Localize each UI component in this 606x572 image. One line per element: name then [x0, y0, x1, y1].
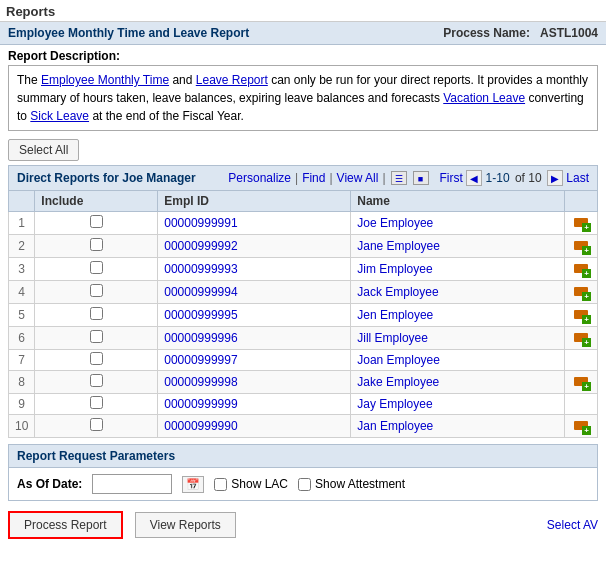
show-lac-checkbox[interactable] [214, 478, 227, 491]
include-cell [35, 327, 158, 350]
table-row: 600000999996Jill Employee+ [9, 327, 598, 350]
empl-id-cell[interactable]: 00000999996 [158, 327, 351, 350]
include-checkbox[interactable] [90, 238, 103, 251]
find-link[interactable]: Find [302, 171, 325, 185]
grid-controls: Personalize | Find | View All | ☰ ■ Firs… [228, 170, 589, 186]
employee-action-icon[interactable]: + [571, 306, 591, 324]
report-description-section: Report Description: The Employee Monthly… [0, 45, 606, 135]
employee-action-icon[interactable]: + [571, 373, 591, 391]
include-checkbox[interactable] [90, 418, 103, 431]
include-cell [35, 371, 158, 394]
empl-id-cell[interactable]: 00000999992 [158, 235, 351, 258]
col-name: Name [351, 191, 565, 212]
action-icon-cell: + [565, 371, 598, 394]
empl-id-cell[interactable]: 00000999998 [158, 371, 351, 394]
employee-action-icon[interactable]: + [571, 329, 591, 347]
empl-id-cell[interactable]: 00000999997 [158, 350, 351, 371]
row-number: 4 [9, 281, 35, 304]
nav-prev[interactable]: ◀ [466, 170, 482, 186]
grid-icon-table[interactable]: ☰ [391, 171, 407, 185]
select-av-link[interactable]: Select AV [547, 518, 598, 532]
table-row: 300000999993Jim Employee+ [9, 258, 598, 281]
row-number: 9 [9, 394, 35, 415]
action-icon-cell: + [565, 281, 598, 304]
desc-link-sick[interactable]: Sick Leave [30, 109, 89, 123]
process-name-label: Process Name: [443, 26, 530, 40]
show-lac-label: Show LAC [231, 477, 288, 491]
report-desc-label: Report Description: [8, 49, 598, 63]
include-checkbox[interactable] [90, 352, 103, 365]
employee-name-cell[interactable]: Jim Employee [351, 258, 565, 281]
include-checkbox[interactable] [90, 307, 103, 320]
employee-name-cell[interactable]: Joe Employee [351, 212, 565, 235]
include-checkbox[interactable] [90, 284, 103, 297]
include-checkbox[interactable] [90, 330, 103, 343]
view-all-link[interactable]: View All [337, 171, 379, 185]
action-icon-cell: + [565, 212, 598, 235]
show-attestment-group: Show Attestment [298, 477, 405, 491]
nav-next[interactable]: ▶ [547, 170, 563, 186]
desc-link-vacation[interactable]: Vacation Leave [443, 91, 525, 105]
show-attestment-label: Show Attestment [315, 477, 405, 491]
employee-name-cell[interactable]: Jen Employee [351, 304, 565, 327]
employee-name-cell[interactable]: Jake Employee [351, 371, 565, 394]
as-of-date-label: As Of Date: [17, 477, 82, 491]
include-cell [35, 304, 158, 327]
empl-id-cell[interactable]: 00000999991 [158, 212, 351, 235]
empl-id-cell[interactable]: 00000999990 [158, 415, 351, 438]
table-row: 100000999991Joe Employee+ [9, 212, 598, 235]
empl-id-cell[interactable]: 00000999995 [158, 304, 351, 327]
include-checkbox[interactable] [90, 215, 103, 228]
calendar-button[interactable]: 📅 [182, 476, 204, 493]
include-cell [35, 281, 158, 304]
row-number: 7 [9, 350, 35, 371]
table-row: 800000999998Jake Employee+ [9, 371, 598, 394]
personalize-link[interactable]: Personalize [228, 171, 291, 185]
select-all-button[interactable]: Select All [8, 139, 79, 161]
employee-name-cell[interactable]: Jill Employee [351, 327, 565, 350]
page-wrapper: Reports Employee Monthly Time and Leave … [0, 0, 606, 545]
nav-first[interactable]: First [440, 171, 463, 185]
employee-name-cell[interactable]: Jay Employee [351, 394, 565, 415]
employee-action-icon[interactable]: + [571, 283, 591, 301]
empl-id-cell[interactable]: 00000999999 [158, 394, 351, 415]
show-attestment-checkbox[interactable] [298, 478, 311, 491]
nav-last[interactable]: Last [566, 171, 589, 185]
include-cell [35, 415, 158, 438]
include-cell [35, 235, 158, 258]
action-icon-cell: + [565, 258, 598, 281]
page-header: Reports [0, 0, 606, 22]
include-checkbox[interactable] [90, 374, 103, 387]
employee-grid: Include Empl ID Name 100000999991Joe Emp… [8, 190, 598, 438]
desc-link-monthly[interactable]: Employee Monthly Time [41, 73, 169, 87]
include-cell [35, 350, 158, 371]
process-report-button[interactable]: Process Report [8, 511, 123, 539]
employee-name-cell[interactable]: Jan Employee [351, 415, 565, 438]
page-title: Reports [6, 4, 55, 19]
row-number: 10 [9, 415, 35, 438]
employee-name-cell[interactable]: Joan Employee [351, 350, 565, 371]
process-name-value: ASTL1004 [540, 26, 598, 40]
employee-name-cell[interactable]: Jack Employee [351, 281, 565, 304]
select-all-section: Select All [0, 135, 606, 165]
as-of-date-input[interactable] [92, 474, 172, 494]
empl-id-cell[interactable]: 00000999993 [158, 258, 351, 281]
employee-action-icon[interactable]: + [571, 237, 591, 255]
col-num [9, 191, 35, 212]
include-checkbox[interactable] [90, 261, 103, 274]
employee-name-cell[interactable]: Jane Employee [351, 235, 565, 258]
action-icon-cell: + [565, 304, 598, 327]
row-number: 2 [9, 235, 35, 258]
empl-id-cell[interactable]: 00000999994 [158, 281, 351, 304]
action-icon-cell [565, 350, 598, 371]
employee-action-icon[interactable]: + [571, 260, 591, 278]
include-checkbox[interactable] [90, 396, 103, 409]
employee-action-icon[interactable]: + [571, 417, 591, 435]
action-icon-cell: + [565, 415, 598, 438]
view-reports-button[interactable]: View Reports [135, 512, 236, 538]
desc-link-leave-report[interactable]: Leave Report [196, 73, 268, 87]
grid-icon-chart[interactable]: ■ [413, 171, 429, 185]
table-row: 1000000999990Jan Employee+ [9, 415, 598, 438]
employee-action-icon[interactable]: + [571, 214, 591, 232]
params-header: Report Request Parameters [9, 445, 597, 468]
